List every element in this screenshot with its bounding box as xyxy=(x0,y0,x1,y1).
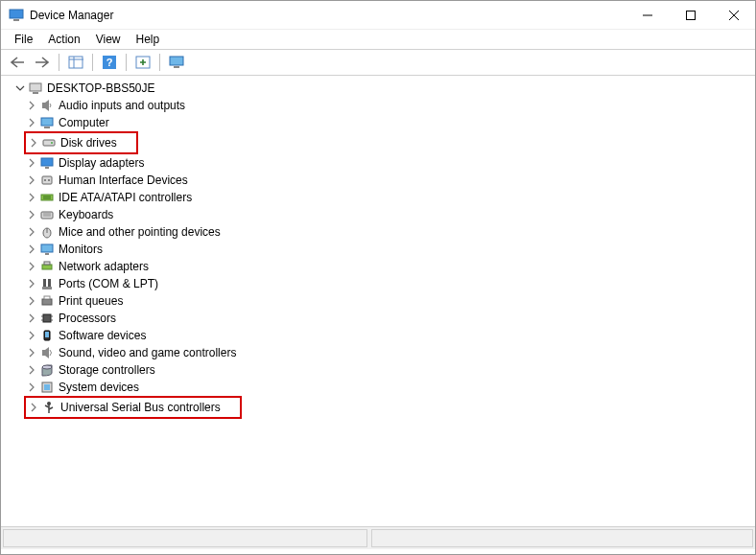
tree-node-label: IDE ATA/ATAPI controllers xyxy=(59,191,192,204)
show-hide-tree-button[interactable] xyxy=(64,52,87,73)
tree-node-label: Display adapters xyxy=(59,156,144,170)
chevron-right-icon[interactable] xyxy=(26,400,41,415)
window-controls xyxy=(626,1,755,29)
tree-node[interactable]: Network adapters xyxy=(24,258,747,275)
chevron-right-icon[interactable] xyxy=(24,207,39,222)
chevron-right-icon[interactable] xyxy=(24,293,39,309)
tree-node-label: Human Interface Devices xyxy=(59,173,188,187)
help-button[interactable]: ? xyxy=(98,52,121,73)
tree-node[interactable]: IDE ATA/ATAPI controllers xyxy=(24,189,747,206)
tree-node[interactable]: Universal Serial Bus controllers xyxy=(26,398,221,417)
scan-hardware-button[interactable] xyxy=(131,52,154,73)
svg-rect-6 xyxy=(69,57,83,68)
tree-node[interactable]: Human Interface Devices xyxy=(24,172,747,189)
tree-node-label: Monitors xyxy=(59,243,103,256)
tree-node[interactable]: Display adapters xyxy=(24,154,747,172)
close-button[interactable] xyxy=(712,1,755,29)
chevron-right-icon[interactable] xyxy=(24,242,39,257)
chevron-right-icon[interactable] xyxy=(24,311,39,326)
sound-icon xyxy=(39,345,55,360)
chevron-right-icon[interactable] xyxy=(24,276,39,291)
chevron-right-icon[interactable] xyxy=(24,173,39,188)
tree-node-label: Sound, video and game controllers xyxy=(59,346,236,359)
usb-icon xyxy=(41,400,57,415)
maximize-button[interactable] xyxy=(669,1,712,29)
menu-view[interactable]: View xyxy=(88,31,129,48)
tree-node-label: Storage controllers xyxy=(59,363,155,377)
keyboard-icon xyxy=(39,207,55,222)
toolbar-sep xyxy=(59,54,59,71)
chevron-right-icon[interactable] xyxy=(24,190,39,205)
chevron-right-icon[interactable] xyxy=(24,224,39,240)
chevron-right-icon[interactable] xyxy=(26,135,41,150)
toolbar-sep xyxy=(92,54,93,71)
status-cell xyxy=(371,529,753,547)
statusbar xyxy=(1,526,755,549)
svg-rect-3 xyxy=(686,11,695,19)
mouse-icon xyxy=(39,224,55,240)
tree-node-label: System devices xyxy=(59,381,139,394)
storage-icon xyxy=(39,362,55,378)
menu-file[interactable]: File xyxy=(7,31,40,48)
toolbar-sep xyxy=(126,54,127,71)
speaker-icon xyxy=(39,98,55,113)
chevron-right-icon[interactable] xyxy=(24,380,39,395)
svg-rect-14 xyxy=(30,83,41,91)
hid-icon xyxy=(39,173,55,188)
monitor-icon xyxy=(39,242,55,257)
svg-rect-0 xyxy=(10,10,23,18)
chevron-right-icon[interactable] xyxy=(24,98,39,113)
tree-node[interactable]: Keyboards xyxy=(24,206,747,223)
tree-node[interactable]: Processors xyxy=(24,310,747,327)
tree-node[interactable]: Disk drives xyxy=(26,133,117,152)
devmgr-icon xyxy=(9,8,24,23)
tree-root-node[interactable]: DESKTOP-BBS50JE xyxy=(5,80,747,97)
tree-node[interactable]: Software devices xyxy=(24,327,747,344)
chevron-down-icon[interactable] xyxy=(12,81,28,96)
menu-help[interactable]: Help xyxy=(129,31,168,48)
chevron-right-icon[interactable] xyxy=(24,155,39,171)
tree-node-label: Network adapters xyxy=(59,260,149,273)
tree-node[interactable]: Storage controllers xyxy=(24,361,747,379)
display-icon xyxy=(39,155,55,171)
system-icon xyxy=(39,380,55,395)
svg-rect-12 xyxy=(170,57,183,65)
monitor-button[interactable] xyxy=(165,52,188,73)
disk-icon xyxy=(41,135,57,150)
chevron-right-icon[interactable] xyxy=(24,362,39,378)
tree-node-label: Software devices xyxy=(59,329,146,342)
svg-rect-13 xyxy=(174,66,179,68)
network-icon xyxy=(39,259,55,274)
tree-node[interactable]: Ports (COM & LPT) xyxy=(24,275,747,292)
chevron-right-icon[interactable] xyxy=(24,115,39,130)
cpu-icon xyxy=(39,311,55,326)
menu-action[interactable]: Action xyxy=(40,31,87,48)
window-title: Device Manager xyxy=(30,9,626,22)
svg-rect-1 xyxy=(13,19,19,21)
chevron-right-icon[interactable] xyxy=(24,328,39,343)
ide-icon xyxy=(39,190,55,205)
tree-node-label: Computer xyxy=(59,116,109,129)
chevron-right-icon[interactable] xyxy=(24,259,39,274)
device-tree[interactable]: DESKTOP-BBS50JE Audio inputs and outputs… xyxy=(1,76,755,526)
port-icon xyxy=(39,276,55,291)
tree-node[interactable]: Audio inputs and outputs xyxy=(24,97,747,114)
tree-node[interactable]: Print queues xyxy=(24,292,747,310)
minimize-button[interactable] xyxy=(626,1,669,29)
tree-node[interactable]: System devices xyxy=(24,379,747,396)
tree-node[interactable]: Computer xyxy=(24,114,747,131)
software-icon xyxy=(39,328,55,343)
tree-node-label: Print queues xyxy=(59,294,123,308)
tree-node-label: Universal Serial Bus controllers xyxy=(60,401,221,414)
chevron-right-icon[interactable] xyxy=(24,345,39,360)
toolbar-sep xyxy=(159,54,160,71)
menubar: File Action View Help xyxy=(1,30,755,49)
tree-node[interactable]: Mice and other pointing devices xyxy=(24,223,747,241)
titlebar: Device Manager xyxy=(1,1,755,30)
tree-node[interactable]: Sound, video and game controllers xyxy=(24,344,747,361)
tree-node-label: Processors xyxy=(59,312,116,325)
nav-forward-button[interactable] xyxy=(31,52,54,73)
tree-node-label: Disk drives xyxy=(60,136,117,150)
nav-back-button[interactable] xyxy=(6,52,29,73)
tree-node[interactable]: Monitors xyxy=(24,241,747,258)
